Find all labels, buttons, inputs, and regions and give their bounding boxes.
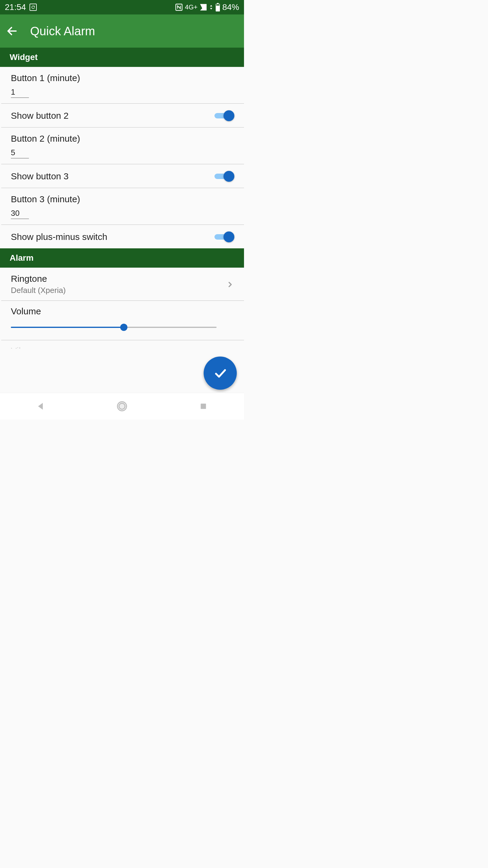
setting-button3-minute[interactable]: Button 3 (minute) 30 [1, 188, 244, 225]
setting-title: Button 3 (minute) [11, 194, 234, 204]
square-recent-icon [199, 402, 208, 411]
setting-button1-minute[interactable]: Button 1 (minute) 1 [1, 67, 244, 104]
signal-icon [199, 3, 207, 11]
setting-title: Show button 3 [11, 171, 215, 181]
setting-ringtone[interactable]: Ringtone Default (Xperia) [1, 268, 244, 301]
system-nav-bar [0, 393, 244, 420]
svg-rect-7 [201, 404, 206, 409]
data-arrows-icon [209, 4, 213, 10]
svg-rect-3 [216, 4, 219, 5]
settings-content: Widget Button 1 (minute) 1 Show button 2… [0, 48, 244, 393]
arrow-left-icon [6, 25, 18, 37]
setting-title: Vib [11, 346, 234, 349]
nav-home-button[interactable] [115, 399, 129, 413]
status-time: 21:54 [5, 2, 26, 12]
toggle-show-button3[interactable] [215, 170, 234, 182]
network-type-label: 4G+ [185, 3, 198, 11]
chevron-right-icon [226, 280, 234, 289]
triangle-back-icon [36, 401, 46, 411]
setting-show-button2[interactable]: Show button 2 [1, 104, 244, 127]
button3-value-input[interactable]: 30 [11, 207, 29, 219]
nav-back-button[interactable] [33, 399, 48, 413]
setting-title: Button 2 (minute) [11, 133, 234, 144]
svg-rect-1 [217, 3, 219, 4]
setting-title: Volume [11, 306, 234, 316]
setting-title: Show button 2 [11, 111, 215, 121]
check-icon [213, 366, 227, 380]
toggle-show-plus-minus[interactable] [215, 231, 234, 243]
status-bar: 21:54 4G+ 84% [0, 0, 244, 14]
ringtone-value: Default (Xperia) [11, 286, 224, 295]
slider-thumb[interactable] [120, 324, 127, 331]
setting-button2-minute[interactable]: Button 2 (minute) 5 [1, 127, 244, 164]
battery-icon [215, 3, 221, 11]
nfc-icon [175, 3, 183, 11]
slider-fill [11, 327, 124, 328]
confirm-fab[interactable] [204, 356, 237, 390]
section-header-alarm: Alarm [0, 248, 244, 268]
battery-pct: 84% [222, 2, 239, 12]
setting-title: Show plus-minus switch [11, 232, 215, 242]
volume-slider[interactable] [11, 324, 217, 331]
update-icon [30, 4, 37, 11]
app-bar: Quick Alarm [0, 14, 244, 48]
svg-point-6 [119, 403, 125, 409]
setting-partial-row[interactable]: Vib [1, 340, 244, 349]
setting-show-plus-minus[interactable]: Show plus-minus switch [1, 225, 244, 248]
button2-value-input[interactable]: 5 [11, 147, 29, 158]
page-title: Quick Alarm [30, 24, 95, 38]
back-button[interactable] [5, 24, 19, 38]
setting-volume[interactable]: Volume [1, 301, 244, 340]
setting-title: Button 1 (minute) [11, 73, 234, 83]
section-header-widget: Widget [0, 48, 244, 67]
setting-show-button3[interactable]: Show button 3 [1, 164, 244, 188]
setting-title: Ringtone [11, 274, 224, 284]
toggle-show-button2[interactable] [215, 110, 234, 122]
button1-value-input[interactable]: 1 [11, 86, 29, 98]
nav-recent-button[interactable] [196, 399, 210, 413]
circle-home-icon [116, 400, 128, 412]
